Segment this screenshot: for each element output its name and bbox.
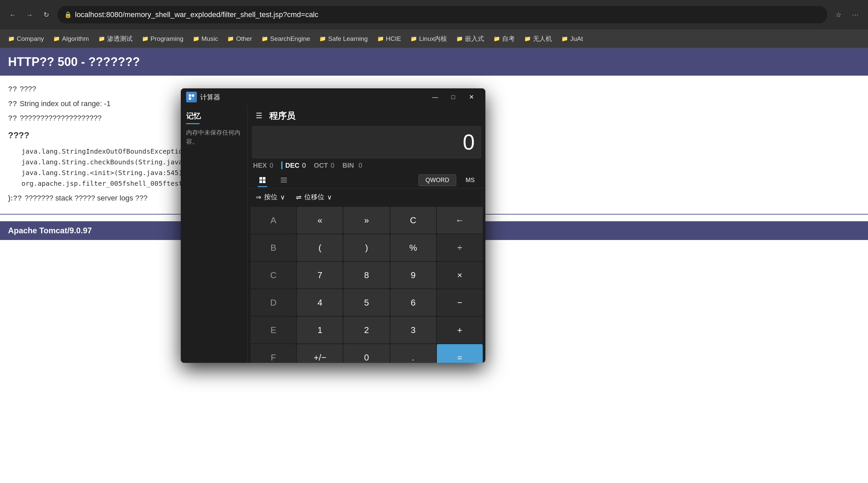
bookmark-other[interactable]: 📁 Other (223, 33, 256, 44)
bookmark-label: Linux内核 (419, 34, 447, 43)
btn-1[interactable]: 1 (297, 317, 343, 344)
tab-grid[interactable] (252, 173, 273, 187)
btn-3[interactable]: 3 (390, 317, 436, 344)
bitshift-icon: ⇌ (296, 193, 302, 201)
bookmark-label: SearchEngine (270, 35, 310, 42)
btn-negate[interactable]: +/− (297, 344, 343, 363)
folder-icon: 📁 (377, 35, 384, 42)
calc-display: 0 (252, 126, 482, 159)
btn-c-hex[interactable]: C (250, 262, 296, 289)
btn-d[interactable]: D (250, 289, 296, 316)
address-bar[interactable]: 🔒 localhost:8080/memory_shell_war_explod… (58, 6, 827, 24)
memory-title: 记忆 (186, 111, 242, 121)
btn-dot[interactable]: . (390, 344, 436, 363)
folder-icon: 📁 (8, 35, 15, 42)
bookmark-music[interactable]: 📁 Music (189, 33, 222, 44)
ms-button[interactable]: MS (459, 175, 482, 186)
lock-icon: 🔒 (64, 11, 72, 19)
svg-rect-5 (263, 177, 266, 180)
bitshift-label: 位移位 (304, 192, 324, 201)
btn-7[interactable]: 7 (297, 262, 343, 289)
btn-divide[interactable]: ÷ (437, 234, 483, 261)
forward-button[interactable]: → (22, 7, 37, 22)
btn-e[interactable]: E (250, 317, 296, 344)
bookmark-juat[interactable]: 📁 JuAt (557, 33, 587, 44)
btn-0[interactable]: 0 (343, 344, 389, 363)
btn-lshift[interactable]: « (297, 207, 343, 234)
maximize-button[interactable]: □ (444, 88, 462, 106)
bookmark-company[interactable]: 📁 Company (4, 33, 48, 44)
btn-minus[interactable]: − (437, 289, 483, 316)
folder-icon: 📁 (493, 35, 500, 42)
bin-label: BIN (342, 162, 356, 169)
bookmark-safelearning[interactable]: 📁 Safe Learning (315, 33, 372, 44)
btn-f[interactable]: F (250, 344, 296, 363)
bookmark-label: 自考 (502, 34, 515, 43)
bitwise-button[interactable]: ⇒ 按位 ∨ (253, 191, 288, 203)
error-label-3: ?? (8, 111, 17, 125)
svg-rect-0 (189, 94, 191, 97)
error-title: HTTP?? 500 - ??????? (8, 55, 140, 69)
star-button[interactable]: ☆ (831, 7, 846, 22)
btn-rshift[interactable]: » (343, 207, 389, 234)
btn-backspace[interactable]: ← (437, 207, 483, 234)
bookmark-linux[interactable]: 📁 Linux内核 (406, 32, 451, 45)
bookmark-programing[interactable]: 📁 Programing (138, 33, 187, 44)
btn-lparen[interactable]: ( (297, 234, 343, 261)
more-button[interactable]: ⋯ (848, 7, 863, 22)
folder-icon: 📁 (456, 35, 463, 42)
btn-6[interactable]: 6 (390, 289, 436, 316)
btn-plus[interactable]: + (437, 317, 483, 344)
svg-rect-8 (281, 178, 287, 179)
bookmark-label: 渗透测试 (107, 34, 132, 43)
folder-icon: 📁 (261, 35, 268, 42)
memory-panel: 记忆 内存中未保存任何内容。 (181, 106, 248, 363)
folder-icon: 📁 (227, 35, 234, 42)
calc-title: 计算器 (200, 93, 427, 102)
btn-rparen[interactable]: ) (343, 234, 389, 261)
btn-equals[interactable]: = (437, 344, 483, 363)
bookmark-algorithm[interactable]: 📁 Algorithm (49, 33, 93, 44)
bookmark-drone[interactable]: 📁 无人机 (520, 32, 556, 45)
window-controls: — □ ✕ (427, 88, 480, 106)
btn-clear[interactable]: C (390, 207, 436, 234)
btn-4[interactable]: 4 (297, 289, 343, 316)
browser-actions: ☆ ⋯ (831, 7, 863, 22)
bitshift-button[interactable]: ⇌ 位移位 ∨ (293, 191, 335, 203)
bookmark-embedded[interactable]: 📁 嵌入式 (452, 32, 488, 45)
calc-app-icon (186, 92, 197, 102)
calc-number: 0 (258, 130, 475, 155)
svg-rect-3 (192, 97, 194, 100)
btn-a[interactable]: A (250, 207, 296, 234)
svg-rect-6 (259, 181, 262, 183)
bitwise-icon: ⇒ (256, 193, 261, 201)
tab-list[interactable] (273, 173, 294, 187)
back-button[interactable]: ← (5, 7, 20, 22)
calc-base-row: HEX 0 DEC 0 OCT 0 BIN 0 (248, 159, 485, 172)
bookmark-label: 无人机 (533, 34, 552, 43)
calc-button-grid: A « » C ← B ( ) % ÷ C 7 8 9 × (248, 205, 485, 363)
btn-multiply[interactable]: × (437, 262, 483, 289)
calc-shift-row: ⇒ 按位 ∨ ⇌ 位移位 ∨ (248, 188, 485, 205)
calculator-window: 计算器 — □ ✕ 记忆 内存中未保存任何内容。 ☰ 程序员 (181, 88, 485, 363)
folder-icon: 📁 (410, 35, 417, 42)
btn-b[interactable]: B (250, 234, 296, 261)
menu-button[interactable]: ☰ (252, 108, 267, 123)
svg-rect-10 (281, 182, 287, 183)
browser-chrome: ← → ↻ 🔒 localhost:8080/memory_shell_war_… (0, 0, 868, 29)
dec-label: DEC (285, 162, 299, 169)
bookmark-searchengine[interactable]: 📁 SearchEngine (257, 33, 314, 44)
memory-empty: 内存中未保存任何内容。 (186, 128, 242, 146)
reload-button[interactable]: ↻ (39, 7, 54, 22)
bookmark-hcie[interactable]: 📁 HCIE (373, 33, 405, 44)
close-button[interactable]: ✕ (463, 88, 480, 106)
btn-2[interactable]: 2 (343, 317, 389, 344)
btn-percent[interactable]: % (390, 234, 436, 261)
btn-8[interactable]: 8 (343, 262, 389, 289)
minimize-button[interactable]: — (427, 88, 444, 106)
btn-5[interactable]: 5 (343, 289, 389, 316)
bookmark-zikao[interactable]: 📁 自考 (489, 32, 519, 45)
bookmark-pentest[interactable]: 📁 渗透测试 (94, 32, 136, 45)
btn-9[interactable]: 9 (390, 262, 436, 289)
qword-button[interactable]: QWORD (418, 174, 456, 186)
